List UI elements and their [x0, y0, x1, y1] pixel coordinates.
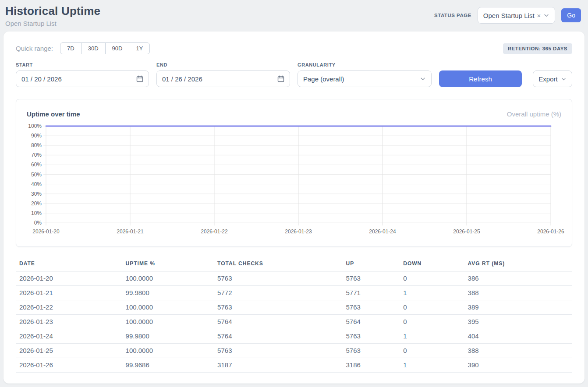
- table-cell: 5763: [342, 329, 400, 344]
- table-cell: 100.0000: [122, 315, 214, 329]
- table-cell: 2026-01-26: [16, 358, 122, 373]
- table-cell: 404: [464, 329, 572, 344]
- svg-text:0%: 0%: [34, 220, 42, 226]
- column-header-total-checks: TOTAL CHECKS: [214, 257, 342, 271]
- table-cell: 0: [400, 271, 464, 286]
- table-row: 2026-01-20100.0000576357630386: [16, 271, 572, 286]
- end-date-label: END: [156, 62, 290, 67]
- granularity-field-group: GRANULARITY Page (overall): [298, 62, 432, 87]
- table-cell: 3187: [214, 358, 342, 373]
- table-cell: 2026-01-25: [16, 344, 122, 358]
- start-date-field-group: START 01 / 20 / 2026: [16, 62, 149, 87]
- header-titles: Historical Uptime Open Startup List: [5, 4, 100, 27]
- uptime-line-chart: 0%10%20%30%40%50%60%70%80%90%100%2026-01…: [27, 121, 565, 238]
- table-cell: 100.0000: [122, 344, 214, 358]
- quick-range-1y-button[interactable]: 1Y: [129, 42, 150, 54]
- table-cell: 5772: [214, 286, 342, 300]
- table-cell: 5764: [214, 315, 342, 329]
- table-cell: 1: [400, 329, 464, 344]
- table-cell: 390: [464, 358, 572, 373]
- calendar-icon[interactable]: [277, 75, 284, 82]
- svg-text:10%: 10%: [31, 210, 42, 216]
- quick-range-7d-button[interactable]: 7D: [60, 42, 81, 54]
- table-cell: 5763: [342, 271, 400, 286]
- end-date-value: 01 / 26 / 2026: [162, 75, 277, 83]
- chart-legend: Overall uptime (%): [507, 110, 561, 118]
- page-subtitle: Open Startup List: [5, 20, 100, 27]
- table-row: 2026-01-23100.0000576457640395: [16, 315, 572, 329]
- page-header: Historical Uptime Open Startup List STAT…: [0, 0, 588, 32]
- svg-text:30%: 30%: [31, 191, 42, 197]
- column-header-uptime: UPTIME %: [122, 257, 214, 271]
- table-row: 2026-01-25100.0000576357630388: [16, 344, 572, 358]
- svg-text:70%: 70%: [31, 152, 42, 158]
- svg-text:2026-01-23: 2026-01-23: [285, 229, 312, 235]
- column-header-down: DOWN: [400, 257, 464, 271]
- svg-text:40%: 40%: [31, 181, 42, 187]
- table-cell: 5771: [342, 286, 400, 300]
- table-cell: 2026-01-23: [16, 315, 122, 329]
- svg-text:80%: 80%: [31, 142, 42, 148]
- table-cell: 388: [464, 344, 572, 358]
- end-date-input[interactable]: 01 / 26 / 2026: [156, 70, 290, 87]
- filters-row: START 01 / 20 / 2026 END 01 / 26 / 2026 …: [16, 62, 572, 87]
- table-cell: 5763: [214, 271, 342, 286]
- main-card: Quick range: 7D 30D 90D 1Y RETENTION: 36…: [4, 32, 584, 383]
- svg-text:50%: 50%: [31, 172, 42, 178]
- uptime-chart-card: Uptime over time Overall uptime (%) 0%10…: [16, 99, 572, 247]
- quick-range-group: Quick range: 7D 30D 90D 1Y: [16, 42, 150, 54]
- chart-title: Uptime over time: [27, 110, 80, 118]
- table-body: 2026-01-20100.00005763576303862026-01-21…: [16, 271, 572, 373]
- table-cell: 5764: [342, 315, 400, 329]
- chevron-down-icon: [420, 76, 426, 82]
- table-cell: 99.9800: [122, 329, 214, 344]
- table-cell: 389: [464, 300, 572, 315]
- table-cell: 99.9686: [122, 358, 214, 373]
- granularity-selected-value: Page (overall): [303, 75, 420, 83]
- status-page-selected-value: Open Startup List: [483, 12, 535, 19]
- page-title: Historical Uptime: [5, 4, 100, 18]
- table-row: 2026-01-2699.9686318731861390: [16, 358, 572, 373]
- start-date-input[interactable]: 01 / 20 / 2026: [16, 70, 149, 87]
- table-cell: 0: [400, 315, 464, 329]
- end-date-field-group: END 01 / 26 / 2026: [156, 62, 290, 87]
- table-cell: 388: [464, 286, 572, 300]
- table-header-row: DATE UPTIME % TOTAL CHECKS UP DOWN AVG R…: [16, 257, 572, 271]
- table-cell: 100.0000: [122, 271, 214, 286]
- chevron-down-icon: [561, 76, 567, 82]
- table-cell: 2026-01-20: [16, 271, 122, 286]
- quick-range-90d-button[interactable]: 90D: [105, 42, 130, 54]
- export-button[interactable]: Export: [533, 70, 572, 87]
- status-page-select[interactable]: Open Startup List ×: [478, 7, 556, 24]
- table-cell: 5763: [342, 344, 400, 358]
- chevron-down-icon: [543, 12, 549, 18]
- calendar-icon[interactable]: [136, 75, 143, 82]
- svg-text:2026-01-20: 2026-01-20: [32, 229, 60, 235]
- svg-text:60%: 60%: [31, 162, 42, 168]
- granularity-select[interactable]: Page (overall): [298, 70, 432, 87]
- granularity-label: GRANULARITY: [298, 62, 432, 67]
- quick-range-buttons: 7D 30D 90D 1Y: [60, 42, 150, 54]
- uptime-table: DATE UPTIME % TOTAL CHECKS UP DOWN AVG R…: [16, 257, 572, 373]
- column-header-avg-rt: AVG RT (MS): [464, 257, 572, 271]
- table-cell: 2026-01-24: [16, 329, 122, 344]
- table-cell: 5763: [214, 344, 342, 358]
- go-button[interactable]: Go: [561, 8, 581, 22]
- column-header-date: DATE: [16, 257, 122, 271]
- clear-selection-icon[interactable]: ×: [537, 12, 541, 19]
- table-row: 2026-01-22100.0000576357630389: [16, 300, 572, 315]
- retention-badge: RETENTION: 365 DAYS: [503, 43, 572, 54]
- column-header-up: UP: [342, 257, 400, 271]
- table-row: 2026-01-2499.9800576457631404: [16, 329, 572, 344]
- refresh-button[interactable]: Refresh: [439, 70, 522, 87]
- table-cell: 5763: [342, 300, 400, 315]
- table-cell: 5763: [214, 300, 342, 315]
- header-right: STATUS PAGE Open Startup List × Go: [434, 7, 581, 24]
- svg-text:2026-01-24: 2026-01-24: [369, 229, 396, 235]
- export-button-label: Export: [538, 75, 557, 83]
- status-page-label: STATUS PAGE: [434, 13, 471, 18]
- svg-text:20%: 20%: [31, 201, 42, 207]
- quick-range-30d-button[interactable]: 30D: [81, 42, 106, 54]
- table-cell: 1: [400, 286, 464, 300]
- svg-text:2026-01-21: 2026-01-21: [117, 229, 144, 235]
